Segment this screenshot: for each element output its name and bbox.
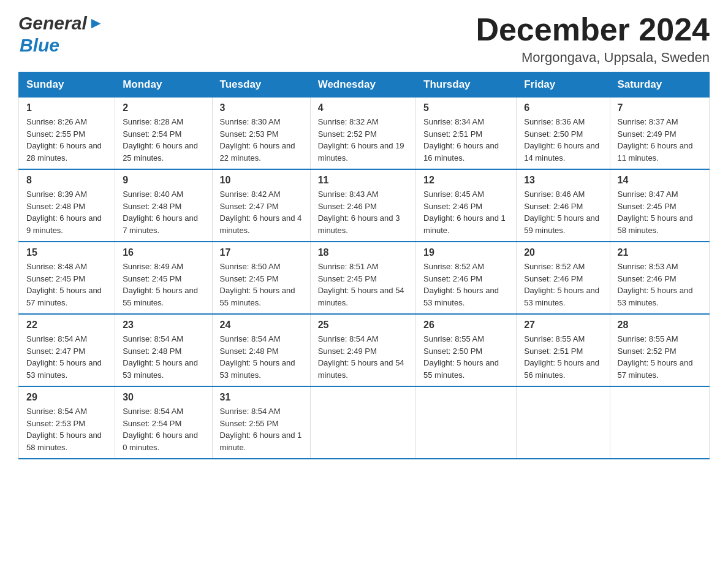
header-sunday: Sunday [19,72,115,98]
day-cell: 5 Sunrise: 8:34 AMSunset: 2:51 PMDayligh… [416,98,517,170]
logo-chevron-icon: ► [88,13,104,33]
logo: General ► Blue [18,12,104,56]
day-info: Sunrise: 8:54 AMSunset: 2:47 PMDaylight:… [26,333,107,381]
day-info: Sunrise: 8:48 AMSunset: 2:45 PMDaylight:… [26,261,107,308]
day-number: 17 [220,247,303,258]
day-number: 16 [123,247,204,258]
header-saturday: Saturday [610,72,709,98]
day-number: 27 [524,320,602,331]
day-info: Sunrise: 8:26 AMSunset: 2:55 PMDaylight:… [26,116,107,164]
day-cell: 4 Sunrise: 8:32 AMSunset: 2:52 PMDayligh… [310,98,415,170]
week-row-1: 1 Sunrise: 8:26 AMSunset: 2:55 PMDayligh… [19,98,710,170]
day-info: Sunrise: 8:28 AMSunset: 2:54 PMDaylight:… [123,116,204,164]
day-number: 4 [318,102,408,113]
page-header: General ► Blue December 2024 Morgongava,… [18,12,710,66]
day-cell: 8 Sunrise: 8:39 AMSunset: 2:48 PMDayligh… [19,169,115,242]
day-info: Sunrise: 8:40 AMSunset: 2:48 PMDaylight:… [123,188,204,236]
day-cell: 10 Sunrise: 8:42 AMSunset: 2:47 PMDaylig… [212,169,310,242]
day-info: Sunrise: 8:37 AMSunset: 2:49 PMDaylight:… [618,116,702,164]
day-number: 25 [318,320,408,331]
day-number: 11 [318,175,408,186]
header-friday: Friday [517,72,610,98]
day-info: Sunrise: 8:30 AMSunset: 2:53 PMDaylight:… [220,116,303,164]
day-cell: 7 Sunrise: 8:37 AMSunset: 2:49 PMDayligh… [610,98,709,170]
day-info: Sunrise: 8:54 AMSunset: 2:53 PMDaylight:… [26,405,107,453]
day-info: Sunrise: 8:52 AMSunset: 2:46 PMDaylight:… [423,261,509,308]
day-info: Sunrise: 8:53 AMSunset: 2:46 PMDaylight:… [618,261,702,308]
day-cell: 14 Sunrise: 8:47 AMSunset: 2:45 PMDaylig… [610,169,709,242]
header-monday: Monday [115,72,212,98]
day-info: Sunrise: 8:55 AMSunset: 2:50 PMDaylight:… [423,333,509,381]
day-cell: 25 Sunrise: 8:54 AMSunset: 2:49 PMDaylig… [310,314,415,386]
day-cell: 30 Sunrise: 8:54 AMSunset: 2:54 PMDaylig… [115,386,212,459]
day-number: 30 [123,392,204,403]
day-info: Sunrise: 8:39 AMSunset: 2:48 PMDaylight:… [26,188,107,236]
logo-general: General [18,12,87,34]
day-cell: 1 Sunrise: 8:26 AMSunset: 2:55 PMDayligh… [19,98,115,170]
day-number: 14 [618,175,702,186]
page-title: December 2024 [476,12,710,47]
day-number: 20 [524,247,602,258]
day-number: 6 [524,102,602,113]
day-info: Sunrise: 8:36 AMSunset: 2:50 PMDaylight:… [524,116,602,164]
day-number: 28 [618,320,702,331]
day-number: 15 [26,247,107,258]
day-number: 21 [618,247,702,258]
header-row: SundayMondayTuesdayWednesdayThursdayFrid… [19,72,710,98]
day-cell: 19 Sunrise: 8:52 AMSunset: 2:46 PMDaylig… [416,242,517,314]
day-cell: 21 Sunrise: 8:53 AMSunset: 2:46 PMDaylig… [610,242,709,314]
day-cell: 31 Sunrise: 8:54 AMSunset: 2:55 PMDaylig… [212,386,310,459]
day-number: 22 [26,320,107,331]
day-cell: 2 Sunrise: 8:28 AMSunset: 2:54 PMDayligh… [115,98,212,170]
day-number: 12 [423,175,509,186]
day-number: 18 [318,247,408,258]
day-cell: 28 Sunrise: 8:55 AMSunset: 2:52 PMDaylig… [610,314,709,386]
day-info: Sunrise: 8:43 AMSunset: 2:46 PMDaylight:… [318,188,408,236]
day-info: Sunrise: 8:51 AMSunset: 2:45 PMDaylight:… [318,261,408,308]
day-cell: 22 Sunrise: 8:54 AMSunset: 2:47 PMDaylig… [19,314,115,386]
day-number: 23 [123,320,204,331]
day-cell [310,386,415,459]
day-info: Sunrise: 8:46 AMSunset: 2:46 PMDaylight:… [524,188,602,236]
day-cell: 26 Sunrise: 8:55 AMSunset: 2:50 PMDaylig… [416,314,517,386]
day-number: 29 [26,392,107,403]
day-number: 13 [524,175,602,186]
day-cell: 3 Sunrise: 8:30 AMSunset: 2:53 PMDayligh… [212,98,310,170]
day-number: 19 [423,247,509,258]
page-subtitle: Morgongava, Uppsala, Sweden [476,50,710,66]
day-info: Sunrise: 8:49 AMSunset: 2:45 PMDaylight:… [123,261,204,308]
day-number: 8 [26,175,107,186]
day-info: Sunrise: 8:47 AMSunset: 2:45 PMDaylight:… [618,188,702,236]
day-cell [517,386,610,459]
day-info: Sunrise: 8:52 AMSunset: 2:46 PMDaylight:… [524,261,602,308]
day-cell: 17 Sunrise: 8:50 AMSunset: 2:45 PMDaylig… [212,242,310,314]
day-number: 7 [618,102,702,113]
day-info: Sunrise: 8:54 AMSunset: 2:54 PMDaylight:… [123,405,204,453]
day-number: 26 [423,320,509,331]
day-info: Sunrise: 8:54 AMSunset: 2:49 PMDaylight:… [318,333,408,381]
day-info: Sunrise: 8:34 AMSunset: 2:51 PMDaylight:… [423,116,509,164]
day-cell: 6 Sunrise: 8:36 AMSunset: 2:50 PMDayligh… [517,98,610,170]
header-thursday: Thursday [416,72,517,98]
day-cell: 27 Sunrise: 8:55 AMSunset: 2:51 PMDaylig… [517,314,610,386]
day-info: Sunrise: 8:32 AMSunset: 2:52 PMDaylight:… [318,116,408,164]
day-number: 10 [220,175,303,186]
title-section: December 2024 Morgongava, Uppsala, Swede… [476,12,710,66]
day-number: 24 [220,320,303,331]
day-info: Sunrise: 8:54 AMSunset: 2:48 PMDaylight:… [220,333,303,381]
day-cell: 18 Sunrise: 8:51 AMSunset: 2:45 PMDaylig… [310,242,415,314]
header-wednesday: Wednesday [310,72,415,98]
day-cell: 11 Sunrise: 8:43 AMSunset: 2:46 PMDaylig… [310,169,415,242]
day-number: 2 [123,102,204,113]
day-cell [610,386,709,459]
day-number: 1 [26,102,107,113]
week-row-2: 8 Sunrise: 8:39 AMSunset: 2:48 PMDayligh… [19,169,710,242]
day-cell [416,386,517,459]
day-info: Sunrise: 8:45 AMSunset: 2:46 PMDaylight:… [423,188,509,236]
day-info: Sunrise: 8:55 AMSunset: 2:51 PMDaylight:… [524,333,602,381]
day-cell: 12 Sunrise: 8:45 AMSunset: 2:46 PMDaylig… [416,169,517,242]
day-info: Sunrise: 8:55 AMSunset: 2:52 PMDaylight:… [618,333,702,381]
day-cell: 20 Sunrise: 8:52 AMSunset: 2:46 PMDaylig… [517,242,610,314]
calendar-table: SundayMondayTuesdayWednesdayThursdayFrid… [18,72,710,459]
day-cell: 24 Sunrise: 8:54 AMSunset: 2:48 PMDaylig… [212,314,310,386]
